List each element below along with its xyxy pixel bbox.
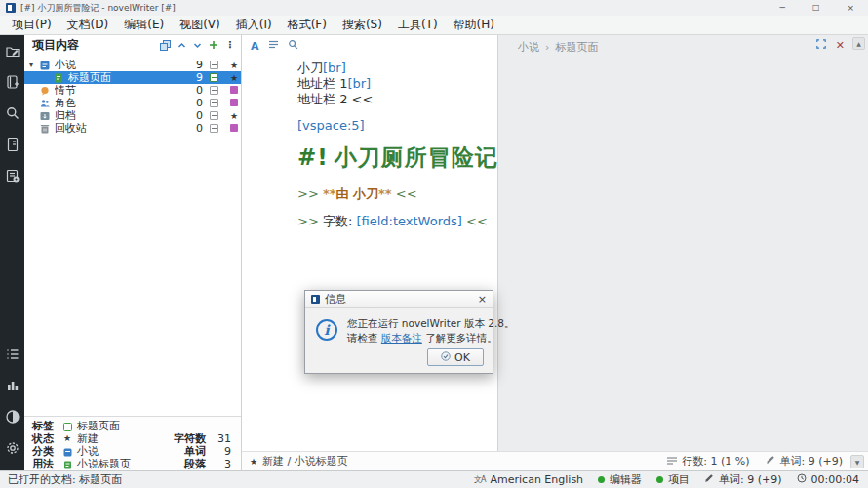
tree-row-trash[interactable]: 回收站 0: [24, 122, 241, 135]
trash-icon: [40, 124, 50, 134]
active-checkbox-icon[interactable]: [210, 124, 218, 133]
breadcrumb-root[interactable]: 小说: [518, 41, 539, 54]
plot-icon: [40, 86, 50, 96]
project-tree: ▾ 小说 9 ★ 标题页面 9 ★: [24, 59, 241, 135]
settings-gear-icon[interactable]: [4, 439, 20, 456]
editor-status-dot-icon: [598, 476, 605, 483]
move-down-icon[interactable]: [193, 41, 202, 50]
tag-icon: [63, 422, 72, 430]
status-star-icon: ★: [250, 457, 257, 467]
statusbar: 已打开的文档: 标题页面 文A American English 编辑器 项目 …: [0, 470, 868, 488]
character-icon: [40, 99, 50, 108]
active-checkbox-icon[interactable]: [210, 61, 218, 69]
detail-row-usage: 用法 小说标题页: [32, 458, 131, 470]
writing-stats-icon[interactable]: [4, 377, 20, 393]
outline-icon[interactable]: [4, 136, 20, 152]
footer-counters: 行数: 1 (1 %) 单词: 9 (+9): [667, 454, 868, 468]
session-timer[interactable]: 00:00:04: [797, 473, 859, 486]
active-checkbox-icon[interactable]: [210, 73, 218, 82]
active-checkbox-icon[interactable]: [210, 86, 218, 95]
stat-paragraphs: 段落 3: [141, 458, 231, 470]
editor-footer: ★ 新建 / 小说标题页 行数: 1 (1 %) 单词: 9 (+9) ▼: [242, 451, 868, 470]
expand-collapse-icon[interactable]: [160, 40, 171, 51]
breadcrumb-separator: ›: [545, 41, 549, 54]
viewer-breadcrumb: 小说›标题页面: [518, 40, 598, 55]
text-line: 地址栏 2 <<: [297, 92, 493, 107]
list-icon[interactable]: [4, 346, 20, 362]
editor-header: A: [251, 39, 298, 53]
format-toolbar-icon[interactable]: A: [251, 41, 259, 52]
importance-flag: [227, 84, 241, 97]
text-line: 地址栏 1[br]: [297, 76, 493, 92]
novelwriter-app-icon: [6, 3, 16, 13]
pen-icon: [704, 473, 714, 486]
importance-flag: ★: [227, 59, 241, 71]
language-icon: 文A: [474, 474, 485, 485]
active-checkbox-icon[interactable]: [210, 99, 218, 107]
editor-text[interactable]: 小刀[br] 地址栏 1[br] 地址栏 2 << [vspace:5] #!小…: [297, 61, 493, 229]
breadcrumb-document[interactable]: 标题页面: [555, 41, 598, 54]
menu-help[interactable]: 帮助(H): [446, 16, 502, 34]
novel-book-icon: [40, 61, 50, 70]
class-novel-icon: [63, 447, 72, 456]
manuscript-build-icon[interactable]: [4, 167, 20, 183]
add-item-icon[interactable]: [209, 40, 218, 50]
menu-format[interactable]: 格式(F): [280, 16, 335, 34]
usage-page-icon: [63, 460, 72, 468]
theme-contrast-icon[interactable]: [4, 408, 20, 425]
expand-view-icon[interactable]: [816, 39, 826, 52]
project-status-dot-icon: [656, 476, 663, 483]
menu-view[interactable]: 视图(V): [172, 16, 228, 34]
text-line: 小刀[br]: [297, 61, 493, 76]
menu-edit[interactable]: 编辑(E): [116, 16, 172, 34]
titlebar: [#] 小刀厕所冒险记 - novelWriter [#] ─ □ ×: [0, 0, 868, 16]
open-document-status: 已打开的文档: 标题页面: [0, 472, 474, 487]
dialog-title: 信息: [325, 292, 478, 306]
dialog-close-icon[interactable]: ×: [478, 294, 487, 305]
novel-view-icon[interactable]: [4, 73, 20, 90]
window-title: [#] 小刀厕所冒险记 - novelWriter [#]: [20, 2, 779, 15]
active-checkbox-icon[interactable]: [210, 111, 218, 120]
editor-status: 编辑器: [598, 472, 642, 487]
chevron-down-icon[interactable]: ▾: [29, 61, 40, 69]
pen-icon: [766, 455, 775, 468]
window-controls: ─ □ ×: [779, 3, 862, 13]
menu-search[interactable]: 搜索(S): [335, 16, 390, 34]
maximize-button[interactable]: □: [812, 3, 820, 13]
language-status[interactable]: 文A American English: [474, 473, 583, 486]
scroll-down-button[interactable]: ▼: [850, 455, 864, 468]
main-area: 项目内容 ⋮ ▾ 小说 9 ★: [0, 35, 868, 470]
text-line: >> **由 小刀** <<: [297, 186, 493, 202]
move-up-icon[interactable]: [178, 41, 186, 50]
outline-menu-icon[interactable]: [268, 39, 279, 53]
project-tree-icon[interactable]: [4, 42, 20, 59]
lines-icon: [667, 455, 677, 468]
menu-kebab-icon[interactable]: ⋮: [225, 40, 235, 50]
menu-document[interactable]: 文档(D): [59, 16, 117, 34]
scroll-up-button[interactable]: ▲: [852, 37, 865, 50]
dialog-titlebar[interactable]: 信息 ×: [305, 291, 493, 308]
novelwriter-app-icon: [311, 295, 320, 304]
project-panel-header: 项目内容 ⋮: [24, 35, 241, 55]
menu-insert[interactable]: 插入(I): [228, 16, 280, 34]
document-editor[interactable]: A 小刀[br] 地址栏 1[br] 地址栏 2 << [vspace:5] #…: [242, 35, 497, 451]
project-status: 项目: [656, 472, 690, 487]
search-doc-icon[interactable]: [288, 39, 298, 53]
release-notes-link[interactable]: 版本备注: [381, 332, 422, 344]
line-counter: 行数: 1 (1 %): [667, 454, 749, 468]
status-star-icon: ★: [63, 433, 72, 442]
menu-tools[interactable]: 工具(T): [390, 16, 446, 34]
text-line: >> 字数: [field:textWords] <<: [297, 214, 493, 229]
minimize-button[interactable]: ─: [779, 3, 784, 13]
ok-button[interactable]: OK: [427, 348, 484, 366]
close-view-icon[interactable]: ✕: [836, 40, 845, 51]
viewer-tools: ✕: [816, 39, 845, 52]
info-icon: i: [316, 319, 337, 341]
project-panel-toolbar: ⋮: [160, 40, 235, 51]
search-icon[interactable]: [4, 104, 20, 121]
project-panel: 项目内容 ⋮ ▾ 小说 9 ★: [24, 35, 242, 470]
close-button[interactable]: ×: [847, 3, 854, 13]
menu-project[interactable]: 项目(P): [4, 16, 59, 34]
importance-flag: [227, 122, 241, 135]
footer-status: ★ 新建 / 小说标题页: [242, 454, 667, 468]
